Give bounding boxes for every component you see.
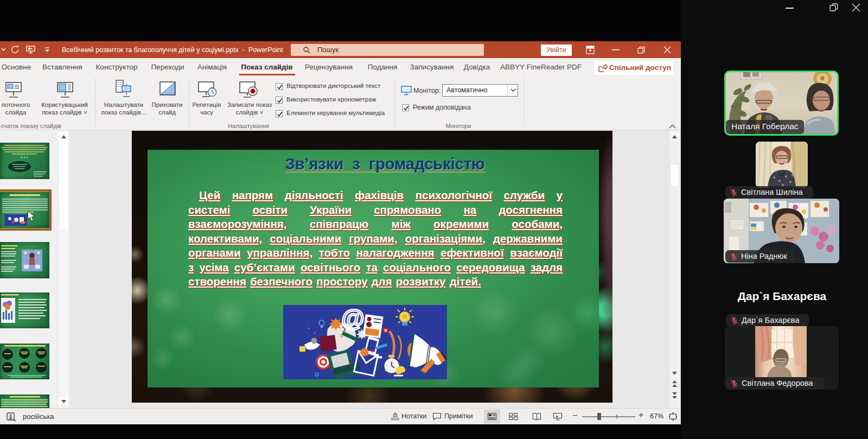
svg-text:@: @ [341, 305, 365, 332]
